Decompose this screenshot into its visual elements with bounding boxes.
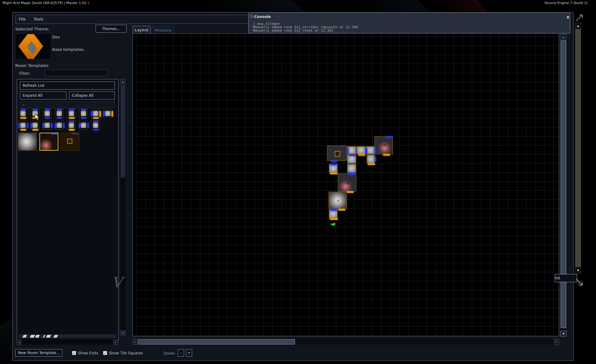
placed-room-2x2-ne[interactable]: ⊕	[374, 136, 393, 154]
menu-tools[interactable]: Tools	[30, 15, 47, 23]
expand-all-button[interactable]: Expand All	[20, 91, 66, 100]
console-close-icon[interactable]: X	[565, 15, 570, 20]
resize-grip-icon[interactable]	[574, 277, 585, 288]
template-tile-art	[81, 122, 86, 128]
blue-exit-marker	[29, 133, 36, 134]
room-template-thumbnail[interactable]	[19, 121, 27, 130]
blue-exit-marker	[349, 154, 355, 156]
room-template-thumbnail[interactable]	[103, 109, 112, 118]
new-room-template-button[interactable]: New Room Template...	[15, 349, 62, 357]
room-template-thumbnail[interactable]	[67, 121, 76, 130]
room-template-thumbnail[interactable]	[79, 109, 88, 118]
blue-exit-marker	[79, 123, 80, 128]
orange-exit-marker	[347, 191, 354, 193]
layout-hscroll-thumb[interactable]	[138, 339, 295, 344]
placed-room-2x2-mid[interactable]: ⊕	[338, 173, 356, 192]
orange-exit-marker	[93, 117, 99, 119]
layout-hscroll-right-icon[interactable]: ►	[554, 339, 559, 345]
layout-vscroll-up-icon[interactable]: ▲	[560, 34, 567, 40]
window-vscroll-thumb[interactable]	[575, 29, 581, 267]
show-tile-squares-label: Show Tile Squares	[109, 351, 143, 355]
tab-layout[interactable]: Layout	[133, 26, 151, 34]
template-vscroll-down-icon[interactable]: ▼	[120, 331, 125, 335]
selected-theme-label: Selected Theme:	[15, 27, 49, 31]
room-template-thumbnail-selected[interactable]	[39, 133, 58, 151]
collapse-all-button[interactable]: Collapse All	[69, 91, 115, 100]
placed-corridor[interactable]	[366, 146, 375, 154]
orange-exit-marker	[99, 111, 101, 117]
layout-hscroll-left-icon[interactable]: ◄	[133, 339, 138, 345]
blue-exit-marker	[57, 117, 62, 119]
blue-exit-marker	[81, 109, 86, 110]
theme-name: Dev	[52, 35, 60, 39]
refresh-list-button[interactable]: Refresh List	[20, 82, 115, 90]
layout-vscroll-thumb[interactable]	[561, 40, 566, 328]
room-template-thumbnail[interactable]	[43, 121, 52, 130]
blue-exit-marker	[386, 136, 392, 138]
show-tile-squares-checkbox[interactable]: ✓	[103, 351, 107, 355]
room-template-thumbnail[interactable]	[19, 109, 27, 118]
room-center-marker-icon: ⊕	[336, 199, 339, 202]
template-vscroll-thumb[interactable]	[121, 85, 125, 178]
blue-exit-marker	[72, 133, 78, 134]
show-exits-label: Show Exits	[78, 351, 98, 355]
window-vscroll-down-icon[interactable]: ▼	[575, 267, 581, 273]
room-template-thumbnail[interactable]	[31, 121, 39, 130]
themes-button[interactable]: Themes...	[96, 25, 127, 33]
placed-room-2x2-dark[interactable]	[327, 145, 347, 161]
theme-description: Base templates.	[52, 47, 85, 52]
resize-grip-icon[interactable]	[574, 12, 585, 23]
window-vscroll-up-icon[interactable]: ▲	[575, 23, 581, 29]
template-tile-art	[44, 122, 50, 128]
blue-exit-marker	[93, 129, 98, 131]
blue-exit-marker	[27, 123, 28, 128]
layout-vscroll-down-icon[interactable]: ▼	[560, 331, 567, 336]
room-template-thumbnail[interactable]	[55, 109, 64, 118]
template-hscroll-left-icon[interactable]: ◄	[17, 340, 21, 345]
orange-exit-marker	[383, 154, 390, 156]
placed-corridor[interactable]	[347, 146, 356, 154]
placed-corridor[interactable]	[347, 164, 356, 173]
blue-exit-marker	[55, 123, 56, 128]
room-template-thumbnail[interactable]	[61, 133, 79, 151]
filter-input[interactable]	[45, 69, 107, 76]
room-template-thumbnail[interactable]	[55, 121, 64, 130]
template-tile-art	[69, 111, 74, 116]
orange-exit-marker	[338, 209, 345, 211]
tab-missions[interactable]: Missions	[152, 26, 174, 34]
player-start-marker[interactable]	[330, 222, 335, 226]
show-exits-checkbox[interactable]: ✓	[72, 351, 76, 355]
room-template-thumbnail[interactable]	[67, 109, 76, 118]
template-hscroll-right-icon[interactable]: ►	[113, 340, 118, 345]
room-template-thumbnail[interactable]	[43, 109, 52, 118]
alien-spawn-glow	[39, 138, 53, 151]
blue-exit-marker	[69, 121, 74, 122]
template-tile-art	[93, 111, 98, 116]
menu-file[interactable]: File	[16, 15, 29, 23]
blue-exit-marker	[366, 148, 367, 153]
placed-corridor-capsouth[interactable]	[329, 209, 338, 219]
placed-corridor-capsouth[interactable]	[367, 154, 375, 164]
console-drag-grip-icon[interactable]	[250, 14, 254, 18]
room-template-thumbnail[interactable]	[91, 121, 100, 130]
layout-grid-canvas[interactable]: ⊕⊕⊕	[133, 33, 559, 336]
blue-exit-marker	[43, 123, 44, 128]
blue-exit-marker	[103, 111, 105, 116]
placed-room-2x2-glow[interactable]: ⊕	[328, 192, 347, 209]
blue-exit-marker	[347, 148, 349, 153]
room-template-thumbnail[interactable]	[18, 133, 37, 151]
placed-corridor[interactable]	[347, 154, 356, 164]
room-template-thumbnail[interactable]	[91, 109, 100, 118]
placed-corridor-cap[interactable]	[329, 164, 338, 173]
zoom-in-button[interactable]: +	[186, 349, 192, 357]
template-group-header[interactable]: -	[20, 101, 115, 108]
orange-exit-marker	[43, 150, 49, 151]
room-template-thumbnail[interactable]	[79, 121, 88, 130]
template-hscroll-track[interactable]	[17, 340, 118, 345]
theme-thumbnail	[16, 34, 50, 59]
template-vscroll-up-icon[interactable]: ▲	[120, 79, 125, 84]
zoom-out-button[interactable]: -	[178, 349, 184, 357]
blue-exit-marker	[331, 164, 337, 165]
blue-exit-marker	[21, 109, 26, 110]
placed-corridor[interactable]	[356, 146, 366, 154]
